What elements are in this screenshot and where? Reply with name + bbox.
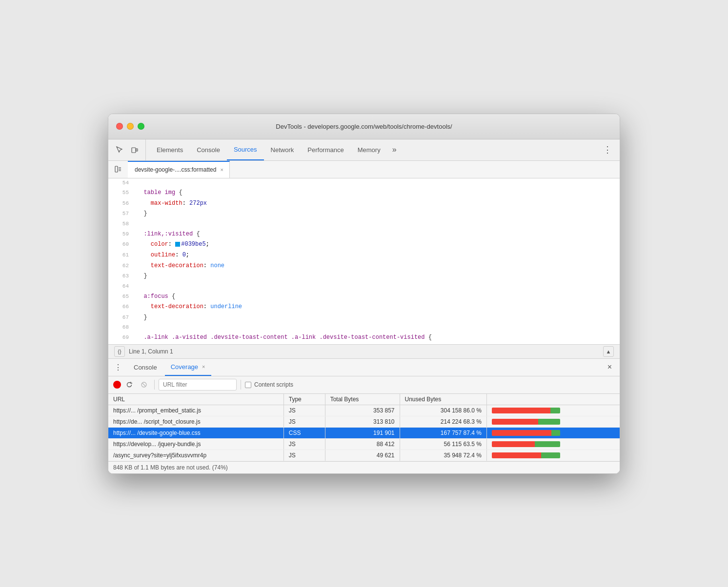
svg-line-7 [142, 383, 145, 386]
bottom-tab-coverage[interactable]: Coverage × [165, 359, 211, 376]
main-tabs: Elements Console Sources Network Perform… [150, 139, 599, 160]
code-editor[interactable]: 54 55 table img { 56 max-width: 272px 57… [108, 178, 620, 344]
toolbar-separator [154, 380, 155, 390]
table-row[interactable]: https://... /devsite-google-blue.cssCSS1… [108, 427, 620, 438]
minimize-button[interactable] [127, 123, 134, 130]
close-button[interactable] [116, 123, 123, 130]
cell-total-bytes: 88 412 [325, 438, 400, 450]
code-line-68: 68 [108, 323, 620, 333]
cell-type: CSS [283, 427, 325, 438]
panel-footer: 848 KB of 1.1 MB bytes are not used. (74… [108, 461, 620, 473]
coverage-table-body: https://... /prompt_embed_static.jsJS353… [108, 405, 620, 461]
col-header-url[interactable]: URL [108, 394, 283, 405]
cell-url: https://de... /script_foot_closure.js [108, 416, 283, 427]
cell-total-bytes: 49 621 [325, 450, 400, 461]
bottom-tab-bar: ⋮ Console Coverage × × [108, 359, 620, 376]
coverage-table-container: URL Type Total Bytes Unused Bytes https:… [108, 394, 620, 461]
bottom-panel-more-icon[interactable]: ⋮ [112, 361, 124, 373]
coverage-toolbar: Content scripts [108, 376, 620, 394]
col-header-bar [486, 394, 620, 405]
cell-unused-bytes: 56 115 63.5 % [400, 438, 486, 450]
tab-elements[interactable]: Elements [150, 139, 190, 160]
bottom-panel-close-button[interactable]: × [604, 361, 616, 373]
file-tab-css[interactable]: devsite-google-....css:formatted × [128, 161, 230, 178]
code-line-57: 57 } [108, 209, 620, 219]
svg-rect-0 [132, 148, 136, 153]
svg-rect-2 [115, 166, 118, 172]
footer-text: 848 KB of 1.1 MB bytes are not used. (74… [113, 464, 228, 471]
cell-total-bytes: 353 857 [325, 405, 400, 416]
tabs-more-button[interactable]: » [387, 139, 402, 160]
code-line-56: 56 max-width: 272px [108, 198, 620, 209]
cell-bar [486, 427, 620, 438]
code-line-60: 60 color: #039be5; [108, 239, 620, 250]
cell-type: JS [283, 416, 325, 427]
cell-unused-bytes: 214 224 68.3 % [400, 416, 486, 427]
coverage-tab-close[interactable]: × [202, 364, 205, 370]
code-line-67: 67 } [108, 313, 620, 323]
file-tab-label: devsite-google-....css:formatted [135, 166, 216, 173]
code-line-66: 66 text-decoration: underline [108, 302, 620, 313]
status-left: {} Line 1, Column 1 [114, 346, 173, 357]
code-line-63: 63 } [108, 271, 620, 282]
tab-bar-tools [112, 139, 146, 160]
tab-console[interactable]: Console [190, 139, 227, 160]
devtools-menu-icon[interactable]: ⋮ [599, 142, 616, 157]
file-tab-bar: devsite-google-....css:formatted × [108, 161, 620, 178]
bottom-tab-console[interactable]: Console [128, 359, 163, 376]
scroll-up-button[interactable]: ▲ [603, 346, 614, 357]
code-line-69: 69 .a-link .a-visited .devsite-toast-con… [108, 333, 620, 343]
table-row[interactable]: /async_survey?site=ylj5ifxusvvmr4pJS49 6… [108, 450, 620, 461]
inspect-icon[interactable] [112, 143, 126, 157]
code-line-55: 55 table img { [108, 188, 620, 198]
cell-bar [486, 416, 620, 427]
cell-bar [486, 405, 620, 416]
cell-type: JS [283, 438, 325, 450]
main-tab-bar: Elements Console Sources Network Perform… [108, 139, 620, 161]
record-button[interactable] [113, 381, 121, 389]
table-header-row: URL Type Total Bytes Unused Bytes [108, 394, 620, 405]
col-header-type[interactable]: Type [283, 394, 325, 405]
content-scripts-label[interactable]: Content scripts [245, 381, 293, 388]
traffic-lights [116, 123, 144, 130]
cell-type: JS [283, 450, 325, 461]
tab-memory[interactable]: Memory [351, 139, 387, 160]
cell-url: https://... /devsite-google-blue.css [108, 427, 283, 438]
tab-performance[interactable]: Performance [301, 139, 350, 160]
cell-total-bytes: 191 901 [325, 427, 400, 438]
cell-unused-bytes: 35 948 72.4 % [400, 450, 486, 461]
code-line-59: 59 :link,:visited { [108, 229, 620, 240]
pretty-print-button[interactable]: {} [114, 346, 125, 357]
coverage-table: URL Type Total Bytes Unused Bytes https:… [108, 394, 620, 461]
tab-sources[interactable]: Sources [227, 139, 264, 160]
maximize-button[interactable] [138, 123, 144, 130]
code-line-62: 62 text-decoration: none [108, 261, 620, 272]
code-line-65: 65 a:focus { [108, 292, 620, 302]
table-row[interactable]: https://de... /script_foot_closure.jsJS3… [108, 416, 620, 427]
code-line-61: 61 outline: 0; [108, 250, 620, 261]
cell-url: https://... /prompt_embed_static.js [108, 405, 283, 416]
device-toolbar-icon[interactable] [128, 143, 142, 157]
reload-button[interactable] [123, 378, 136, 391]
bottom-panel: ⋮ Console Coverage × × [108, 359, 620, 473]
table-row[interactable]: https://develop... /jquery-bundle.jsJS88… [108, 438, 620, 450]
tab-network[interactable]: Network [264, 139, 301, 160]
tab-bar-right: ⋮ [599, 139, 616, 160]
cell-type: JS [283, 405, 325, 416]
stop-button[interactable] [138, 378, 150, 391]
file-tab-close[interactable]: × [220, 167, 223, 173]
col-header-total-bytes[interactable]: Total Bytes [325, 394, 400, 405]
code-line-64: 64 [108, 282, 620, 292]
url-filter-input[interactable] [159, 379, 237, 391]
content-scripts-checkbox[interactable] [245, 382, 251, 388]
cell-bar [486, 438, 620, 450]
table-row[interactable]: https://... /prompt_embed_static.jsJS353… [108, 405, 620, 416]
devtools-window: DevTools - developers.google.com/web/too… [108, 114, 620, 474]
file-panel-toggle-icon[interactable] [112, 163, 124, 175]
cell-total-bytes: 313 810 [325, 416, 400, 427]
cell-unused-bytes: 304 158 86.0 % [400, 405, 486, 416]
cell-bar [486, 450, 620, 461]
cell-url: /async_survey?site=ylj5ifxusvvmr4p [108, 450, 283, 461]
col-header-unused-bytes[interactable]: Unused Bytes [400, 394, 486, 405]
scroll-indicator: ▲ [603, 346, 614, 357]
